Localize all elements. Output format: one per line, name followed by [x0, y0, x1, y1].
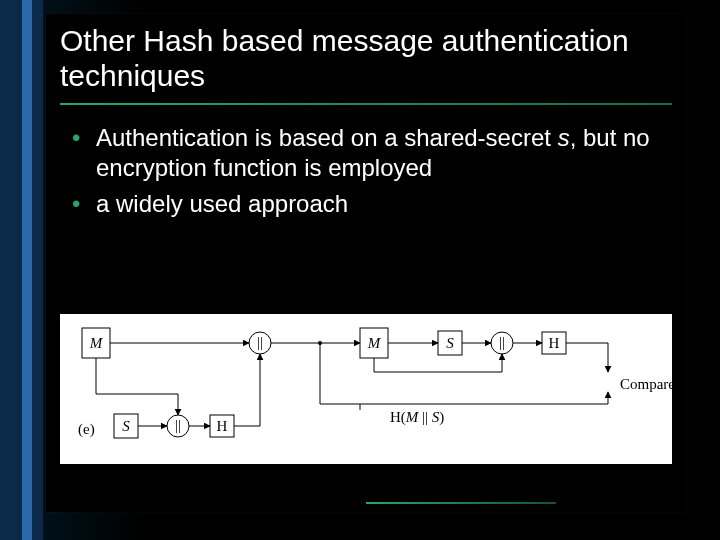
concat-tx-label: || [257, 334, 263, 350]
bullet-text: a widely used approach [96, 190, 348, 217]
bullet-emph: s [558, 124, 570, 151]
concat-sender-label: || [175, 417, 181, 433]
bullet-item: Authentication is based on a shared-secr… [68, 123, 664, 183]
slide-body: Authentication is based on a shared-secr… [46, 105, 686, 219]
bullet-list: Authentication is based on a shared-secr… [68, 123, 664, 219]
row-label: (e) [78, 421, 95, 438]
slide: Other Hash based message authentication … [0, 0, 720, 540]
slide-card: Other Hash based message authentication … [46, 14, 686, 512]
bullet-item: a widely used approach [68, 189, 664, 219]
diagram-svg: M (e) S || H || [60, 314, 672, 464]
bullet-text: Authentication is based on a shared-secr… [96, 124, 558, 151]
hash-output-label: H(M || S) [390, 409, 444, 426]
slide-title: Other Hash based message authentication … [46, 14, 686, 97]
label-m-sender: M [89, 335, 104, 351]
label-s-sender: S [122, 418, 130, 434]
junction-dot [318, 341, 322, 345]
diagram: M (e) S || H || [60, 314, 672, 464]
label-s-receiver: S [446, 335, 454, 351]
label-m-receiver: M [367, 335, 382, 351]
compare-label: Compare [620, 376, 672, 392]
label-h-sender: H [217, 418, 228, 434]
concat-receiver-label: || [499, 334, 505, 350]
footer-accent [366, 502, 556, 504]
label-h-receiver: H [549, 335, 560, 351]
